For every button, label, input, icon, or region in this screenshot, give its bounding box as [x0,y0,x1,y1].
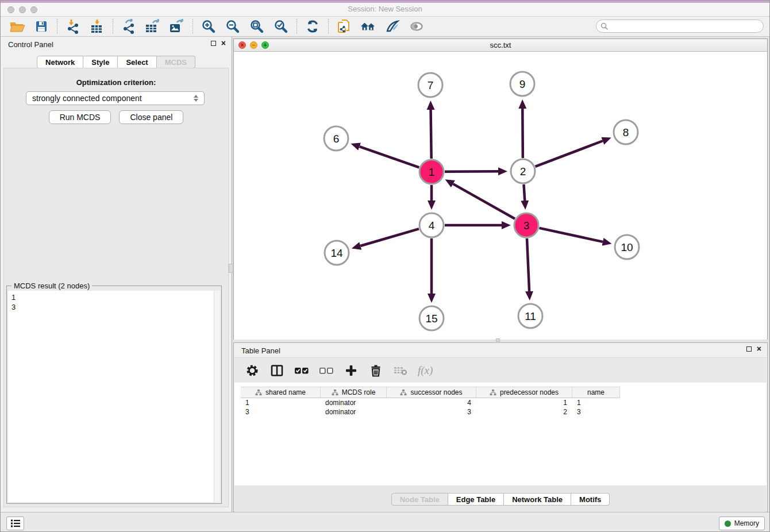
search-input[interactable] [611,21,763,32]
optimization-criterion-select[interactable]: strongly connected component [26,91,205,105]
export-image-icon[interactable] [165,18,189,35]
column-header-mcds-role[interactable]: MCDS role [321,387,387,398]
control-panel-header: Control Panel × [1,37,232,52]
zoom-in-icon[interactable] [197,18,221,35]
tab-network[interactable]: Network [37,56,83,68]
graph-edge-2-3[interactable] [523,184,525,201]
refresh-icon[interactable] [301,18,325,35]
table-tabs: Node Table Edge Table Network Table Moti… [234,493,767,506]
tab-motifs[interactable]: Motifs [571,493,610,506]
hierarchy-icon [255,390,262,396]
zoom-fit-icon[interactable] [245,18,269,35]
table-panel-title: Table Panel [241,346,280,355]
home-layout-icon[interactable] [356,18,380,35]
tab-network-table[interactable]: Network Table [504,493,571,506]
float-table-panel-icon[interactable] [746,346,752,352]
edge-layer [360,109,603,294]
graph-node-label-15: 15 [425,313,437,325]
graph-edge-2-9[interactable] [522,109,523,158]
graph-edge-1-7[interactable] [431,110,432,159]
control-panel-title: Control Panel [8,40,53,49]
zoom-out-icon[interactable] [221,18,245,35]
hierarchy-icon [400,390,407,396]
trash-icon[interactable] [368,363,383,378]
run-mcds-button[interactable]: Run MCDS [49,110,111,124]
memory-button[interactable]: Memory [719,516,765,530]
control-panel-tabs: Network Style Select MCDS [1,56,232,68]
split-columns-icon[interactable] [270,363,284,378]
graph-node-label-3: 3 [523,219,530,232]
table-row[interactable]: 3 dominator 3 2 3 [241,407,767,417]
toolbar-separator [192,19,193,34]
close-panel-icon[interactable]: × [221,40,226,47]
network-window-titlebar[interactable]: × − + scc.txt [234,39,767,52]
graph-node-label-9: 9 [519,78,526,90]
window-title: Session: New Session [1,5,769,13]
toolbar-separator [297,19,297,34]
graph-edge-3-1[interactable] [453,184,515,219]
column-header-shared-name[interactable]: shared name [241,387,321,398]
result-line: 1 [11,292,210,302]
column-header-successor-nodes[interactable]: successor nodes [387,387,476,398]
status-bar: Memory [1,512,769,532]
save-session-icon[interactable] [29,18,53,35]
function-builder-icon[interactable]: f(x) [418,364,433,377]
graph-node-label-2: 2 [520,165,526,178]
graph-node-label-8: 8 [623,126,629,138]
import-network-icon[interactable] [61,18,85,35]
export-network-icon[interactable] [117,18,141,35]
delete-table-icon[interactable] [393,363,408,378]
column-header-name[interactable]: name [572,387,620,398]
open-file-icon[interactable] [5,18,29,35]
import-table-icon[interactable] [85,18,109,35]
column-header-predecessor-nodes[interactable]: predecessor nodes [476,387,572,398]
graph-node-label-10: 10 [621,241,633,253]
graph-edge-4-14[interactable] [360,229,419,246]
gear-icon[interactable] [245,363,260,378]
tab-select[interactable]: Select [118,56,156,68]
graph-node-label-11: 11 [525,310,536,322]
zoom-selected-icon[interactable] [269,18,293,35]
result-scrollbar[interactable] [214,291,220,502]
memory-label: Memory [734,519,759,527]
close-table-panel-icon[interactable]: × [757,346,761,352]
network-view-window: × − + scc.txt 7968124314101511 [233,38,768,340]
graph-edge-2-8[interactable] [536,141,603,167]
add-icon[interactable] [344,363,359,378]
graph-edge-3-10[interactable] [539,228,603,242]
task-history-button[interactable] [6,516,24,530]
graph-node-label-7: 7 [428,79,434,91]
toolbar-separator [57,19,57,34]
hierarchy-icon [490,390,496,396]
list-icon [10,519,21,528]
hide-panel-eye-icon[interactable] [405,18,429,35]
network-graph[interactable]: 7968124314101511 [234,52,767,340]
tab-mcds[interactable]: MCDS [157,56,195,68]
clone-network-icon[interactable] [332,18,356,35]
graph-edge-3-11[interactable] [527,238,529,291]
deselect-checkboxes-icon[interactable] [319,363,334,378]
mcds-result-text[interactable]: 1 3 [8,291,214,502]
graph-edge-1-6[interactable] [360,147,419,167]
panel-splitter-handle[interactable] [229,264,233,273]
graph-node-label-4: 4 [429,219,435,232]
table-row[interactable]: 1 dominator 4 1 1 [241,398,767,407]
mcds-result-title: MCDS result (2 nodes) [11,282,92,290]
mcds-result-group: MCDS result (2 nodes) 1 3 [6,286,222,504]
tab-edge-table[interactable]: Edge Table [448,493,504,506]
table-toolbar: f(x) [234,357,767,383]
style-brush-icon[interactable] [380,18,405,35]
select-all-checkboxes-icon[interactable] [294,363,309,378]
tab-style[interactable]: Style [83,56,118,68]
graph-edge-1-2[interactable] [445,171,498,172]
table-header-row: shared name MCDS role successor nodes pr… [241,387,620,398]
close-panel-button[interactable]: Close panel [119,110,183,124]
result-line: 3 [11,302,210,312]
float-panel-icon[interactable] [211,41,216,46]
network-resize-grip[interactable] [496,338,500,342]
export-table-icon[interactable] [141,18,165,35]
search-field[interactable] [596,20,764,33]
optimization-criterion-value: strongly connected component [32,94,142,103]
tab-node-table[interactable]: Node Table [391,493,448,506]
graph-node-label-14: 14 [330,247,343,259]
